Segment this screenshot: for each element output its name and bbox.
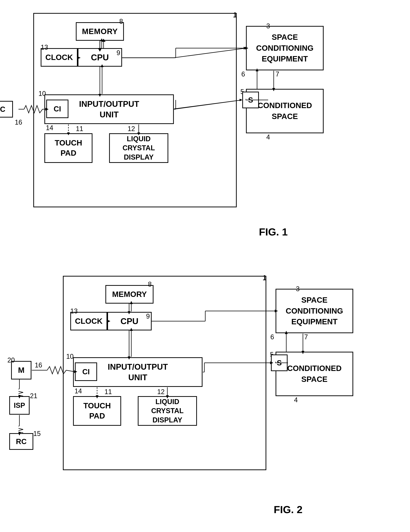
label-8-fig1: 8 bbox=[119, 18, 123, 25]
s-box-1: S bbox=[242, 92, 259, 108]
label-7-fig2: 7 bbox=[304, 333, 308, 341]
label-20-fig2: 20 bbox=[7, 356, 15, 364]
label-6-fig2: 6 bbox=[270, 333, 274, 341]
label-7-fig1: 7 bbox=[275, 70, 279, 78]
label-15-fig2: 15 bbox=[33, 430, 41, 437]
figure-1: 1 MEMORY 8 CLOCK 13 CPU 9 10 INPUT/OUTPU… bbox=[18, 7, 379, 244]
label-10-fig2: 10 bbox=[66, 353, 73, 361]
sce-box-1: SPACE CONDITIONING EQUIPMENT bbox=[246, 26, 324, 70]
label-12-fig1: 12 bbox=[128, 125, 135, 133]
memory-box-2: MEMORY bbox=[105, 285, 154, 304]
label-11-fig2: 11 bbox=[104, 388, 112, 396]
label-1-fig2: 1 bbox=[263, 274, 266, 282]
label-12-fig2: 12 bbox=[157, 388, 164, 396]
label-3-fig1: 3 bbox=[266, 22, 270, 30]
label-11-fig1: 11 bbox=[76, 125, 83, 133]
sce-box-2: SPACE CONDITIONING EQUIPMENT bbox=[275, 289, 353, 333]
label-16-fig2: 16 bbox=[35, 361, 42, 369]
label-13-fig2: 13 bbox=[70, 307, 78, 315]
label-9-fig1: 9 bbox=[117, 49, 120, 57]
ci-box-1: CI bbox=[46, 100, 68, 118]
label-1-fig1: 1 bbox=[233, 11, 237, 19]
rc-box-2: RC bbox=[9, 433, 33, 450]
label-4-fig1: 4 bbox=[266, 133, 270, 141]
memory-box-1: MEMORY bbox=[76, 22, 124, 41]
lcd-box-1: LIQUID CRYSTAL DISPLAY bbox=[109, 133, 168, 163]
rc-box-1: RC bbox=[0, 101, 13, 118]
svg-marker-23 bbox=[240, 99, 242, 101]
figure-2: 1 MEMORY 8 CLOCK 13 CPU 9 10 INPUT/OUTPU… bbox=[18, 270, 379, 526]
label-8-fig2: 8 bbox=[148, 280, 152, 288]
fig2-label: FIG. 2 bbox=[274, 504, 302, 515]
label-13-fig1: 13 bbox=[41, 44, 48, 51]
label-14-fig2: 14 bbox=[74, 387, 82, 395]
label-16-fig1: 16 bbox=[15, 118, 22, 126]
label-9-fig2: 9 bbox=[146, 313, 150, 320]
cpu-box-2: CPU bbox=[107, 312, 152, 330]
fig1-label: FIG. 1 bbox=[259, 226, 288, 238]
label-14-fig1: 14 bbox=[46, 124, 53, 132]
s-box-2: S bbox=[271, 354, 288, 371]
ci-box-2: CI bbox=[75, 362, 97, 381]
label-6-fig1: 6 bbox=[241, 70, 245, 78]
page: 1 MEMORY 8 CLOCK 13 CPU 9 10 INPUT/OUTPU… bbox=[0, 0, 410, 532]
touch-box-1: TOUCH PAD bbox=[44, 133, 92, 163]
label-3-fig2: 3 bbox=[296, 285, 300, 293]
isp-box-2: ISP bbox=[9, 396, 30, 415]
touch-box-2: TOUCH PAD bbox=[73, 396, 121, 426]
lcd-box-2: LIQUID CRYSTAL DISPLAY bbox=[138, 396, 197, 426]
label-21-fig2: 21 bbox=[30, 392, 37, 400]
label-4-fig2: 4 bbox=[294, 396, 298, 404]
cpu-box-1: CPU bbox=[78, 48, 122, 67]
